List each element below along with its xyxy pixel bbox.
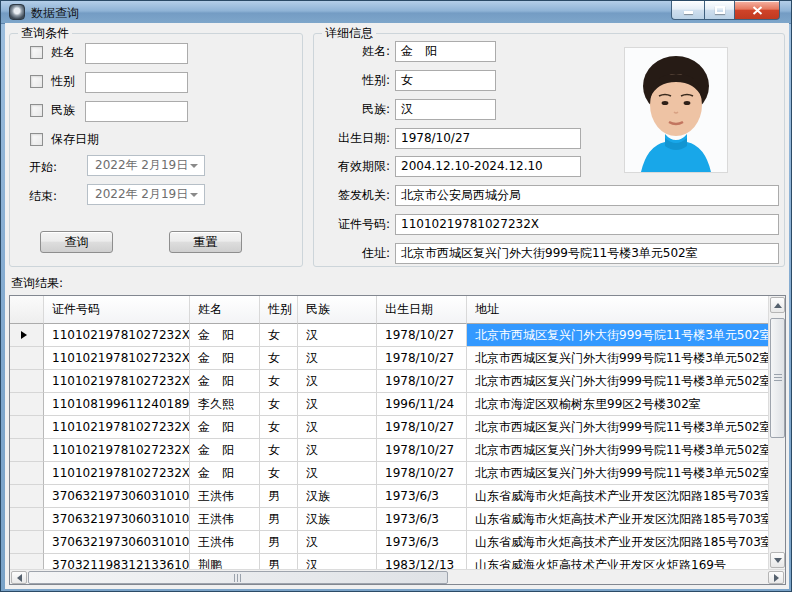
gender-filter-checkbox[interactable] [30, 75, 43, 88]
table-cell[interactable]: 11010219781027232X [44, 416, 190, 439]
table-cell[interactable]: 男 [260, 508, 298, 531]
table-cell[interactable]: 汉族 [298, 485, 377, 508]
row-selector[interactable] [10, 554, 44, 569]
table-cell[interactable]: 北京市西城区复兴门外大街999号院11号楼3单元502室 [467, 324, 769, 347]
table-cell[interactable]: 北京市西城区复兴门外大街999号院11号楼3单元502室 [467, 416, 769, 439]
row-selector[interactable] [10, 439, 44, 462]
minimize-button[interactable] [671, 1, 704, 20]
table-cell[interactable]: 370632197306031010 [44, 485, 190, 508]
detail-birthdate-field[interactable]: 1978/10/27 [395, 128, 581, 149]
table-cell[interactable]: 11010219781027232X [44, 439, 190, 462]
column-header-5[interactable]: 出生日期 [377, 296, 467, 324]
table-cell[interactable]: 山东省威海火炬高技术产业开发区火炬路169号 [467, 554, 769, 569]
titlebar[interactable]: 数据查询 [1, 1, 791, 24]
table-cell[interactable]: 1978/10/27 [377, 439, 467, 462]
table-cell[interactable]: 王洪伟 [190, 508, 260, 531]
vertical-scroll-thumb[interactable] [770, 318, 785, 438]
table-cell[interactable]: 11010219781027232X [44, 324, 190, 347]
name-filter-input[interactable] [85, 43, 188, 64]
table-cell[interactable]: 北京市西城区复兴门外大街999号院11号楼3单元502室 [467, 439, 769, 462]
table-cell[interactable]: 汉 [298, 554, 377, 569]
horizontal-scrollbar[interactable] [10, 569, 785, 585]
table-cell[interactable]: 汉 [298, 416, 377, 439]
table-cell[interactable]: 汉 [298, 324, 377, 347]
name-filter-checkbox[interactable] [30, 46, 43, 59]
table-cell[interactable]: 荆鹏 [190, 554, 260, 569]
table-cell[interactable]: 1973/6/3 [377, 531, 467, 554]
table-cell[interactable]: 1978/10/27 [377, 416, 467, 439]
row-selector[interactable] [10, 531, 44, 554]
table-cell[interactable]: 山东省威海市火炬高技术产业开发区沈阳路185号703室 [467, 508, 769, 531]
table-cell[interactable]: 110108199611240189 [44, 393, 190, 416]
table-cell[interactable]: 男 [260, 531, 298, 554]
table-cell[interactable]: 1973/6/3 [377, 485, 467, 508]
table-cell[interactable]: 金 阳 [190, 416, 260, 439]
table-cell[interactable]: 汉 [298, 531, 377, 554]
save-date-filter-checkbox[interactable] [30, 133, 43, 146]
query-button[interactable]: 查询 [40, 231, 113, 253]
table-cell[interactable]: 汉族 [298, 508, 377, 531]
table-cell[interactable]: 1996/11/24 [377, 393, 467, 416]
scroll-up-button[interactable] [770, 297, 785, 313]
table-cell[interactable]: 1978/10/27 [377, 462, 467, 485]
maximize-button[interactable] [704, 1, 735, 20]
end-date-picker[interactable]: 2022年 2月19日 [87, 184, 205, 205]
table-cell[interactable]: 汉 [298, 439, 377, 462]
table-cell[interactable]: 1978/10/27 [377, 324, 467, 347]
table-cell[interactable]: 李久熙 [190, 393, 260, 416]
column-header-1[interactable]: 证件号码 [44, 296, 190, 324]
ethnicity-filter-checkbox[interactable] [30, 104, 43, 117]
table-cell[interactable]: 女 [260, 416, 298, 439]
vertical-scrollbar[interactable] [768, 296, 785, 569]
table-cell[interactable]: 北京市西城区复兴门外大街999号院11号楼3单元502室 [467, 462, 769, 485]
table-cell[interactable]: 北京市西城区复兴门外大街999号院11号楼3单元502室 [467, 347, 769, 370]
table-cell[interactable]: 女 [260, 393, 298, 416]
table-cell[interactable]: 370632197306031010 [44, 531, 190, 554]
gender-filter-input[interactable] [85, 72, 188, 93]
detail-gender-field[interactable]: 女 [395, 70, 496, 91]
table-cell[interactable]: 汉 [298, 393, 377, 416]
table-cell[interactable]: 1983/12/13 [377, 554, 467, 569]
table-cell[interactable]: 370321198312133610 [44, 554, 190, 569]
detail-validity-field[interactable]: 2004.12.10-2024.12.10 [395, 156, 581, 177]
row-selector[interactable] [10, 462, 44, 485]
table-cell[interactable]: 金 阳 [190, 347, 260, 370]
table-cell[interactable]: 11010219781027232X [44, 370, 190, 393]
table-cell[interactable]: 1973/6/3 [377, 508, 467, 531]
row-selector[interactable] [10, 370, 44, 393]
table-cell[interactable]: 王洪伟 [190, 485, 260, 508]
row-selector[interactable] [10, 485, 44, 508]
column-header-3[interactable]: 性别 [260, 296, 298, 324]
ethnicity-filter-input[interactable] [85, 101, 188, 122]
horizontal-scroll-thumb[interactable] [28, 571, 448, 584]
table-cell[interactable]: 北京市西城区复兴门外大街999号院11号楼3单元502室 [467, 370, 769, 393]
scroll-down-button[interactable] [770, 552, 785, 568]
close-button[interactable] [735, 1, 780, 20]
table-cell[interactable]: 女 [260, 439, 298, 462]
table-cell[interactable]: 北京市海淀区双榆树东里99区2号楼302室 [467, 393, 769, 416]
table-cell[interactable]: 山东省威海市火炬高技术产业开发区沈阳路185号703室 [467, 531, 769, 554]
table-cell[interactable]: 11010219781027232X [44, 462, 190, 485]
table-cell[interactable]: 山东省威海市火炬高技术产业开发区沈阳路185号703室 [467, 485, 769, 508]
scroll-right-button[interactable] [768, 571, 784, 584]
row-selector[interactable] [10, 508, 44, 531]
column-header-6[interactable]: 地址 [467, 296, 769, 324]
row-selector[interactable] [10, 416, 44, 439]
table-cell[interactable]: 王洪伟 [190, 531, 260, 554]
detail-id-number-field[interactable]: 11010219781027232X [395, 214, 779, 235]
table-cell[interactable]: 女 [260, 347, 298, 370]
table-cell[interactable]: 女 [260, 324, 298, 347]
table-cell[interactable]: 370632197306031010 [44, 508, 190, 531]
table-cell[interactable]: 男 [260, 554, 298, 569]
table-cell[interactable]: 女 [260, 370, 298, 393]
column-header-4[interactable]: 民族 [298, 296, 377, 324]
row-selector[interactable] [10, 393, 44, 416]
table-cell[interactable]: 1978/10/27 [377, 370, 467, 393]
row-selector[interactable] [10, 347, 44, 370]
table-cell[interactable]: 金 阳 [190, 462, 260, 485]
table-cell[interactable]: 汉 [298, 462, 377, 485]
detail-address-field[interactable]: 北京市西城区复兴门外大街999号院11号楼3单元502室 [395, 243, 779, 264]
table-cell[interactable]: 男 [260, 485, 298, 508]
column-header-selector[interactable] [10, 296, 44, 324]
start-date-picker[interactable]: 2022年 2月19日 [87, 155, 205, 176]
